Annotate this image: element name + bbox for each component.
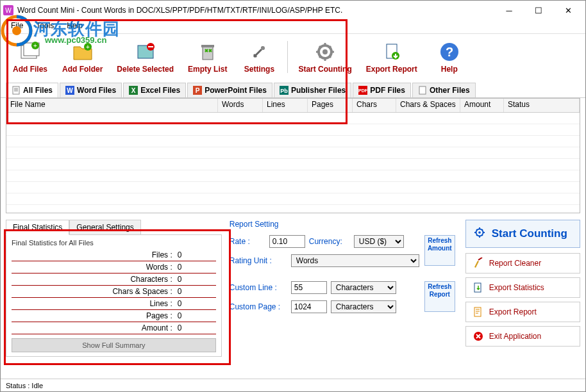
settings-icon (247, 40, 271, 63)
menu-tools[interactable]: Tools (29, 20, 60, 33)
start-counting-button[interactable]: Start Counting (292, 38, 358, 76)
tab-pub-label: Publisher Files (291, 86, 346, 95)
svg-point-15 (322, 49, 328, 54)
start-counting-label: Start Counting (298, 65, 351, 74)
other-icon (418, 86, 427, 95)
svg-point-13 (261, 46, 265, 50)
rating-unit-select[interactable]: Words (291, 254, 419, 267)
tab-all-files[interactable]: All Files (6, 83, 58, 97)
show-full-summary-button[interactable]: Show Full Summary (12, 338, 216, 352)
add-files-button[interactable]: + Add Files (6, 38, 54, 76)
export-report-label: Export Report (366, 65, 417, 74)
help-icon: ? (438, 40, 461, 63)
tab-other-files[interactable]: Other Files (412, 83, 476, 97)
col-pages[interactable]: Pages (308, 99, 353, 112)
stat-pages-val: 0 (178, 311, 216, 320)
custom-line-unit-select[interactable]: Characters (331, 281, 396, 294)
stats-title: Final Statistics for All Files (12, 239, 216, 247)
tab-word-label: Word Files (77, 86, 116, 95)
delete-selected-label: Delete Selected (117, 65, 174, 74)
rate-label: Rate : (230, 237, 265, 246)
add-files-label: Add Files (13, 65, 47, 74)
delete-selected-button[interactable]: Delete Selected (110, 38, 180, 76)
svg-text:W: W (67, 87, 73, 94)
help-label: Help (441, 65, 458, 74)
custom-line-input[interactable] (291, 281, 327, 294)
exit-label: Exit Application (489, 332, 541, 341)
export-report-icon (473, 306, 484, 318)
minimize-button[interactable]: ─ (494, 1, 524, 20)
close-button[interactable]: ✕ (553, 1, 583, 20)
report-setting-frame: Report Setting Rate : Currency: USD ($) … (226, 220, 459, 379)
col-words[interactable]: Words (218, 99, 263, 112)
svg-rect-11 (203, 47, 213, 60)
publisher-icon: Pb (280, 86, 289, 95)
svg-text:+: + (86, 44, 90, 51)
maximize-button[interactable]: ☐ (524, 1, 553, 20)
stat-chars-val: 0 (178, 275, 216, 284)
exit-icon (473, 331, 484, 342)
tab-powerpoint-files[interactable]: PPowerPoint Files (187, 83, 272, 97)
currency-select[interactable]: USD ($) (354, 235, 404, 248)
col-status[interactable]: Status (504, 99, 580, 112)
export-statistics-button[interactable]: Export Statistics (465, 277, 580, 298)
help-button[interactable]: ? Help (425, 38, 474, 76)
tab-all-label: All Files (23, 86, 53, 95)
stat-files-val: 0 (178, 250, 216, 259)
add-folder-button[interactable]: + Add Folder (56, 38, 109, 76)
final-statistics-frame: Final Statistics for All Files Files :0 … (6, 234, 222, 357)
col-amount[interactable]: Amount (460, 99, 504, 112)
rate-input[interactable] (269, 235, 305, 248)
stat-words-label: Words : (12, 263, 178, 272)
svg-text:Pb: Pb (280, 88, 288, 94)
grid-body[interactable] (6, 113, 580, 213)
menu-file[interactable]: File (4, 20, 29, 33)
add-folder-icon: + (71, 40, 94, 63)
refresh-amount-button[interactable]: Refresh Amount (424, 235, 455, 266)
side-start-counting-button[interactable]: Start Counting (465, 220, 580, 248)
tab-pdf-label: PDF Files (370, 86, 405, 95)
tab-pdf-files[interactable]: PDFPDF Files (353, 83, 411, 97)
exit-application-button[interactable]: Exit Application (465, 326, 580, 347)
stat-amount-val: 0 (178, 323, 216, 332)
report-cleaner-button[interactable]: Report Cleaner (465, 253, 580, 274)
refresh-report-label: Refresh Report (428, 283, 451, 298)
refresh-report-button[interactable]: Refresh Report (424, 281, 455, 312)
custom-page-input[interactable] (291, 300, 327, 313)
custom-page-unit-select[interactable]: Characters (331, 300, 396, 313)
settings-button[interactable]: Settings (235, 38, 283, 76)
file-grid: File Name Words Lines Pages Chars Chars … (6, 98, 580, 213)
col-filename[interactable]: File Name (6, 99, 218, 112)
refresh-amount-label: Refresh Amount (428, 237, 452, 252)
export-report-button[interactable]: Export Report (360, 38, 424, 76)
menu-help[interactable]: Help (60, 20, 89, 33)
col-chars-spaces[interactable]: Chars & Spaces (396, 99, 460, 112)
svg-text:PDF: PDF (358, 88, 367, 93)
toolbar: + Add Files + Add Folder Delete Selected… (1, 34, 585, 80)
svg-rect-12 (201, 45, 214, 47)
stat-words-val: 0 (178, 263, 216, 272)
statusbar: Status : Idle (1, 379, 585, 391)
side-export-report-button[interactable]: Export Report (465, 302, 580, 322)
tab-other-label: Other Files (430, 86, 470, 95)
tab-general-settings[interactable]: General Settings (69, 220, 140, 235)
tab-excel-files[interactable]: XExcel Files (123, 83, 186, 97)
stat-files-label: Files : (12, 250, 178, 259)
table-row (6, 193, 580, 205)
stat-lines-label: Lines : (12, 299, 178, 308)
col-chars[interactable]: Chars (353, 99, 396, 112)
tab-word-files[interactable]: WWord Files (60, 83, 122, 97)
empty-list-button[interactable]: Empty List (181, 38, 233, 76)
menubar: File Tools Help (1, 20, 585, 34)
table-row (6, 170, 580, 182)
svg-rect-31 (419, 86, 426, 94)
svg-text:W: W (5, 7, 12, 14)
gear-icon (473, 225, 487, 242)
tab-final-statistics[interactable]: Final Statistics (6, 220, 69, 235)
col-lines[interactable]: Lines (263, 99, 308, 112)
tab-publisher-files[interactable]: PbPublisher Files (274, 83, 351, 97)
currency-label: Currency: (309, 237, 350, 246)
titlebar: W Word Count Mini - Count Words in DOC/X… (1, 1, 585, 20)
empty-list-icon (196, 40, 219, 63)
file-icon (12, 86, 21, 95)
